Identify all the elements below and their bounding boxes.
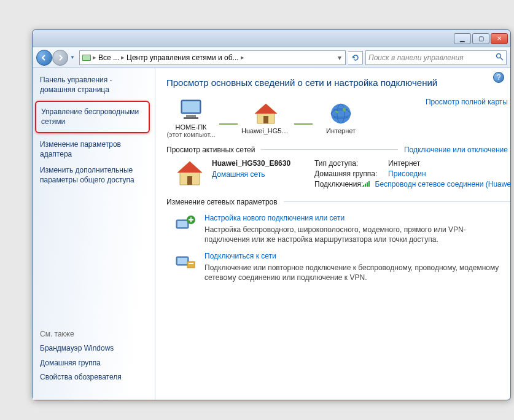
refresh-icon [351, 53, 360, 62]
network-type-link[interactable]: Домашняя сеть [212, 170, 307, 179]
navbar: ▼ ▸ Все ... ▸ Центр управления сетями и … [33, 47, 510, 68]
sidebar-item-sharing[interactable]: Изменить дополнительные параметры общего… [40, 165, 147, 185]
node-router[interactable]: Huawei_HG530... [241, 101, 290, 134]
node-router-label: Huawei_HG530... [241, 127, 290, 134]
sidebar: Панель управления - домашняя страница Уп… [33, 68, 155, 400]
prop-connections-label: Подключения: [314, 180, 363, 189]
network-name: Huawei_HG530_E8630 [212, 159, 307, 168]
setup-new-connection-link[interactable]: Настройка нового подключения или сети [204, 214, 499, 222]
svg-rect-18 [177, 221, 187, 227]
svg-rect-16 [368, 181, 370, 187]
house-icon [252, 101, 279, 126]
search-placeholder: Поиск в панели управления [368, 53, 464, 62]
sidebar-home-link[interactable]: Панель управления - домашняя страница [40, 76, 147, 95]
back-button[interactable] [36, 50, 52, 66]
connect-disconnect-link[interactable]: Подключение или отключение [404, 146, 510, 154]
network-settings-label: Изменение сетевых параметров [166, 198, 278, 206]
search-input[interactable]: Поиск в панели управления [365, 50, 507, 65]
new-connection-icon [175, 214, 197, 235]
crumb-sep-icon: ▸ [240, 53, 245, 61]
svg-rect-5 [182, 101, 200, 112]
see-also-firewall[interactable]: Брандмауэр Windows [40, 343, 147, 353]
forward-button[interactable] [52, 50, 68, 66]
active-networks-label: Просмотр активных сетей [166, 146, 255, 154]
svg-point-2 [497, 53, 501, 58]
svg-point-9 [331, 104, 351, 123]
network-settings-header: Изменение сетевых параметров [166, 198, 510, 206]
prop-access-value: Интернет [388, 159, 420, 168]
svg-rect-6 [186, 115, 196, 117]
arrow-right-icon [56, 54, 64, 61]
sidebar-item-adapter[interactable]: Изменение параметров адаптера [40, 139, 147, 159]
prop-connections-link[interactable]: Беспроводн сетевое соединени (Huawei_HG [363, 180, 510, 189]
crumb-sep-icon: ▸ [120, 53, 125, 61]
connect-network-desc: Подключение или повторное подключение к … [204, 263, 499, 282]
connect-network-icon [175, 252, 197, 273]
connect-network-link[interactable]: Подключиться к сети [204, 252, 499, 260]
map-link-line [294, 123, 313, 125]
view-full-map-link[interactable]: Просмотр полной карты [426, 98, 510, 106]
map-link-line [219, 123, 238, 125]
control-panel-icon [81, 52, 92, 63]
close-button[interactable]: ✕ [491, 33, 508, 44]
svg-rect-14 [365, 184, 366, 187]
nav-history-button[interactable]: ▼ [68, 52, 77, 64]
titlebar: ▁ ▢ ✕ [33, 30, 510, 47]
network-map: HOME-ПК (этот компьют... Huawei_HG530... [166, 98, 510, 138]
svg-rect-8 [263, 116, 268, 123]
main-content: Просмотр основных сведений о сети и наст… [155, 68, 510, 400]
svg-rect-13 [363, 185, 364, 187]
body: ? Панель управления - домашняя страница … [33, 68, 510, 400]
globe-icon [327, 101, 354, 126]
svg-rect-21 [177, 258, 187, 264]
crumb-sep-icon: ▸ [92, 53, 97, 61]
wifi-icon [363, 180, 372, 189]
crumb-dropdown-icon[interactable]: ▾ [335, 53, 344, 62]
refresh-button[interactable] [348, 51, 363, 64]
nav-arrows: ▼ [36, 50, 77, 66]
svg-line-3 [500, 58, 503, 60]
house-icon [175, 159, 204, 187]
prop-homegroup-link[interactable]: Присоедин [388, 169, 426, 178]
see-also-browser[interactable]: Свойства обозревателя [40, 372, 147, 382]
svg-rect-23 [189, 263, 193, 264]
svg-rect-12 [187, 176, 192, 185]
node-internet[interactable]: Интернет [316, 101, 365, 134]
maximize-button[interactable]: ▢ [472, 33, 489, 44]
setup-new-connection-item[interactable]: Настройка нового подключения или сети На… [175, 214, 510, 244]
connect-network-item[interactable]: Подключиться к сети Подключение или повт… [175, 252, 510, 282]
page-title: Просмотр основных сведений о сети и наст… [166, 77, 498, 89]
see-also-label: См. также [40, 330, 147, 338]
help-button[interactable]: ? [493, 72, 504, 83]
arrow-left-icon [41, 54, 48, 61]
prop-access-label: Тип доступа: [314, 159, 388, 168]
minimize-button[interactable]: ▁ [454, 33, 471, 44]
active-network: Huawei_HG530_E8630 Домашняя сеть Тип дос… [175, 159, 510, 190]
sidebar-item-wireless[interactable]: Управление беспроводными сетями [35, 101, 150, 133]
search-icon [496, 53, 504, 63]
setup-new-connection-desc: Настройка беспроводного, широкополосного… [204, 225, 499, 244]
svg-rect-15 [367, 182, 368, 187]
window: ▁ ▢ ✕ ▼ ▸ Все ... ▸ Центр управления сет… [32, 29, 511, 400]
svg-rect-1 [83, 55, 90, 60]
svg-rect-7 [184, 117, 198, 119]
node-pc-label: HOME-ПК [166, 123, 216, 131]
see-also-homegroup[interactable]: Домашняя группа [40, 358, 147, 368]
svg-rect-22 [187, 262, 195, 268]
breadcrumb[interactable]: ▸ Все ... ▸ Центр управления сетями и об… [79, 50, 346, 65]
crumb-1[interactable]: Все ... [97, 53, 120, 62]
active-networks-header: Просмотр активных сетей Подключение или … [166, 146, 510, 154]
node-this-pc[interactable]: HOME-ПК (этот компьют... [166, 98, 216, 138]
crumb-2[interactable]: Центр управления сетями и об... [125, 53, 240, 62]
prop-homegroup-label: Домашняя группа: [314, 169, 388, 178]
node-internet-label: Интернет [316, 127, 365, 134]
computer-icon [177, 98, 204, 122]
node-pc-sublabel: (этот компьют... [166, 131, 216, 138]
